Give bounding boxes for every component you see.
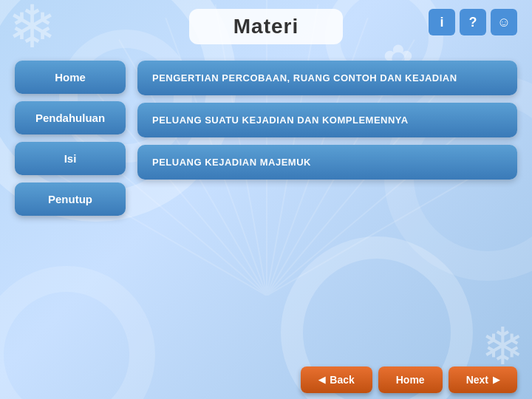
next-button[interactable]: Next bbox=[449, 366, 517, 393]
home-bottom-button[interactable]: Home bbox=[378, 366, 443, 393]
back-button[interactable]: Back bbox=[301, 366, 372, 393]
header-icons: i ? ☺ bbox=[429, 9, 517, 35]
content-item-3[interactable]: PELUANG KEJADIAN MAJEMUK bbox=[137, 145, 517, 180]
header: Materi i ? ☺ bbox=[0, 0, 532, 53]
sidebar-item-isi[interactable]: Isi bbox=[15, 142, 126, 175]
page-title: Materi bbox=[189, 9, 343, 44]
face-button[interactable]: ☺ bbox=[491, 9, 517, 35]
sidebar-item-pendahuluan[interactable]: Pendahuluan bbox=[15, 101, 126, 134]
content-area: PENGERTIAN PERCOBAAN, RUANG CONTOH DAN K… bbox=[137, 61, 517, 364]
sidebar-item-penutup[interactable]: Penutup bbox=[15, 183, 126, 216]
content-item-2[interactable]: PELUANG SUATU KEJADIAN DAN KOMPLEMENNYA bbox=[137, 103, 517, 137]
info-button[interactable]: i bbox=[429, 9, 455, 35]
sidebar: Home Pendahuluan Isi Penutup bbox=[15, 61, 126, 364]
help-button[interactable]: ? bbox=[460, 9, 486, 35]
main-content: Home Pendahuluan Isi Penutup PENGERTIAN … bbox=[0, 53, 532, 371]
content-item-1[interactable]: PENGERTIAN PERCOBAAN, RUANG CONTOH DAN K… bbox=[137, 61, 517, 95]
sidebar-item-home[interactable]: Home bbox=[15, 61, 126, 94]
bottom-navigation: Back Home Next bbox=[301, 366, 517, 393]
